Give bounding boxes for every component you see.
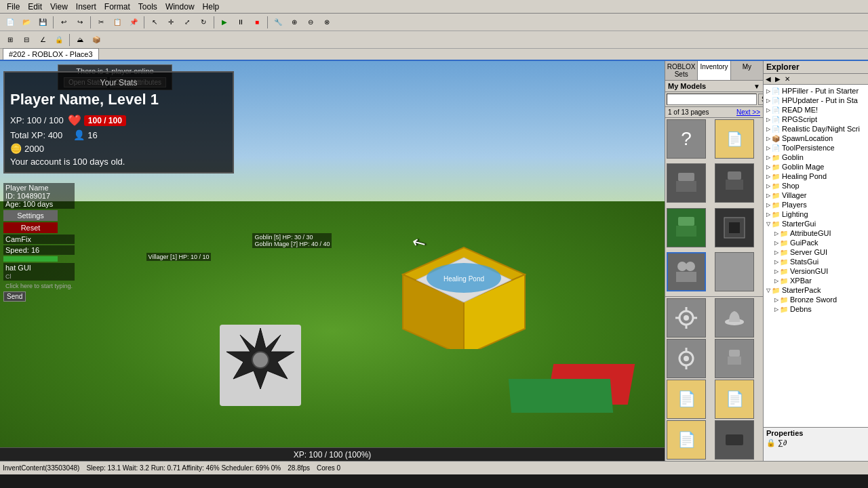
tb-union[interactable]: ⊕ (287, 15, 302, 30)
folder-icon: 📁 (772, 220, 780, 228)
tree-item-bronzesword[interactable]: ▷ 📁 Bronze Sword (765, 295, 867, 304)
tb2-terrain[interactable]: ⛰ (73, 33, 87, 47)
svg-point-23 (677, 262, 687, 271)
menu-window[interactable]: Window (161, 2, 199, 12)
tb-cut[interactable]: ✂ (94, 15, 108, 30)
tb-paste[interactable]: 📌 (126, 15, 141, 30)
tree-item-hpupdater[interactable]: ▷ 📄 HPUpdater - Put in Sta (765, 96, 867, 105)
tree-label: ToolPersistence (782, 144, 835, 152)
tree-item-healingpond[interactable]: ▷ 📁 Healing Pond (765, 171, 867, 181)
tree-item-guipack[interactable]: ▷ 📁 GuiPack (765, 238, 867, 247)
tree-item-startergui[interactable]: ▽ 📁 StarterGui (765, 219, 867, 228)
tb2-lock[interactable]: 🔒 (52, 33, 66, 47)
nav-roblox-sets[interactable]: ROBLOX Sets (665, 61, 698, 80)
menu-help[interactable]: Help (199, 2, 224, 12)
tb2-model[interactable]: 📦 (89, 33, 104, 47)
doc-icon-thumb-1[interactable]: 📄 (667, 380, 706, 419)
tb-redo[interactable]: ↪ (73, 15, 87, 30)
menu-insert[interactable]: Insert (72, 2, 100, 12)
svg-rect-38 (728, 357, 741, 365)
svg-rect-22 (729, 222, 740, 233)
tree-item-readme[interactable]: ▷ 📄 READ ME! (765, 105, 867, 115)
gear2-icon-thumb[interactable] (667, 339, 706, 378)
model-thumb-6[interactable] (715, 208, 754, 247)
model-thumb-4[interactable] (715, 163, 754, 203)
tb-scale[interactable]: ⤢ (180, 15, 195, 30)
tb2-grid[interactable]: ⊟ (19, 33, 34, 47)
tree-item-hpfiller[interactable]: ▷ 📄 HPFiller - Put in Starter (765, 86, 867, 96)
tb-play[interactable]: ▶ (217, 15, 232, 30)
tb-separate[interactable]: ⊗ (319, 15, 334, 30)
game-viewport[interactable]: There is 1 player online Open Stats Open… (0, 61, 665, 461)
menu-tools[interactable]: Tools (134, 2, 161, 12)
tree-item-debns[interactable]: ▷ 📁 Debns (765, 304, 867, 314)
explorer-nav-back[interactable]: ◀ (764, 75, 772, 83)
robot-icon-thumb[interactable] (715, 339, 754, 378)
tree-item-versiongui[interactable]: ▷ 📁 VersionGUI (765, 266, 867, 276)
tree-item-players[interactable]: ▷ 📁 Players (765, 200, 867, 209)
tree-item-daynight[interactable]: ▷ 📄 Realistic Day/Night Scri (765, 124, 867, 134)
reset-button[interactable]: Reset (3, 222, 58, 233)
tree-item-servergui[interactable]: ▷ 📁 Server GUI (765, 247, 867, 257)
doc-icon-thumb-2[interactable]: 📄 (715, 380, 754, 419)
menu-edit[interactable]: Edit (24, 2, 46, 12)
goblin-label: Goblin [5] HP: 30 / 30Goblin Mage [7] HP… (252, 233, 332, 248)
tree-item-attributegui[interactable]: ▷ 📁 AttributeGUI (765, 228, 867, 238)
green-block (508, 379, 612, 413)
tb-undo[interactable]: ↩ (56, 15, 71, 30)
tb-negate[interactable]: ⊖ (303, 15, 318, 30)
tb-copy[interactable]: 📋 (110, 15, 125, 30)
panel-collapse-arrow[interactable]: ▼ (753, 83, 760, 90)
menu-view[interactable]: View (46, 2, 72, 12)
tb-new[interactable]: 📄 (3, 15, 18, 30)
model-thumb-1[interactable]: ? (667, 119, 706, 159)
explorer-nav-forward[interactable]: ▶ (774, 75, 782, 83)
nav-my[interactable]: My (731, 61, 763, 80)
tree-item-xpbar[interactable]: ▷ 📁 XPBar (765, 276, 867, 285)
tb-open[interactable]: 📂 (19, 15, 34, 30)
menu-file[interactable]: File (3, 2, 24, 12)
tb2-snap[interactable]: ⊞ (3, 33, 18, 47)
tb-move[interactable]: ✛ (163, 15, 178, 30)
chat-send-button[interactable]: Send (3, 291, 26, 302)
tab-place3[interactable]: #202 - ROBLOX - Place3 (3, 48, 99, 60)
model-thumb-7[interactable] (667, 252, 706, 291)
tb2-angle[interactable]: ∠ (35, 33, 50, 47)
tb-rotate[interactable]: ↻ (196, 15, 211, 30)
svg-rect-10 (676, 181, 696, 192)
search-input[interactable] (667, 94, 757, 105)
tree-item-lighting[interactable]: ▷ 📁 Lighting (765, 209, 867, 219)
properties-content: 🔒 ∑∂ (766, 439, 865, 447)
tree-item-toolpersistence[interactable]: ▷ 📄 ToolPersistence (765, 143, 867, 152)
dark-box-thumb[interactable] (715, 420, 754, 460)
folder-icon: 📁 (772, 182, 780, 190)
tree-item-rpgscript[interactable]: ▷ 📄 RPGScript (765, 115, 867, 124)
tree-arrow: ▷ (774, 240, 778, 246)
model-thumb-3[interactable] (667, 163, 706, 203)
doc-icon-thumb-3[interactable]: 📄 (667, 420, 706, 460)
explorer-close[interactable]: ✕ (783, 75, 791, 83)
tree-item-shop[interactable]: ▷ 📁 Shop (765, 181, 867, 190)
tree-item-villager[interactable]: ▷ 📁 Villager (765, 190, 867, 200)
tree-item-goblin[interactable]: ▷ 📁 Goblin (765, 152, 867, 162)
tb-save[interactable]: 💾 (35, 15, 50, 30)
model-thumb-5[interactable] (667, 208, 706, 247)
tb-stop[interactable]: ■ (250, 15, 264, 30)
settings-button[interactable]: Settings (3, 210, 58, 221)
tb-pause[interactable]: ⏸ (233, 15, 248, 30)
menu-bar: File Edit View Insert Format Tools Windo… (0, 0, 868, 14)
tree-item-goblinmage[interactable]: ▷ 📁 Goblin Mage (765, 162, 867, 171)
tree-item-statsgui[interactable]: ▷ 📁 StatsGui (765, 257, 867, 266)
hat-icon-thumb[interactable] (715, 298, 754, 338)
model-thumb-2[interactable]: 📄 (715, 119, 754, 159)
tree-item-spawnlocation[interactable]: ▷ 📦 SpawnLocation (765, 134, 867, 143)
tb-select[interactable]: ↖ (147, 15, 162, 30)
tree-item-starterpack[interactable]: ▽ 📁 StarterPack (765, 285, 867, 295)
svg-rect-13 (728, 171, 741, 180)
tb-insert[interactable]: 🔧 (271, 15, 285, 30)
menu-format[interactable]: Format (100, 2, 134, 12)
gear-icon-thumb[interactable] (667, 298, 706, 338)
next-page-button[interactable]: Next >> (736, 108, 760, 116)
nav-inventory[interactable]: Inventory (698, 61, 730, 80)
model-thumb-8[interactable] (715, 252, 754, 291)
